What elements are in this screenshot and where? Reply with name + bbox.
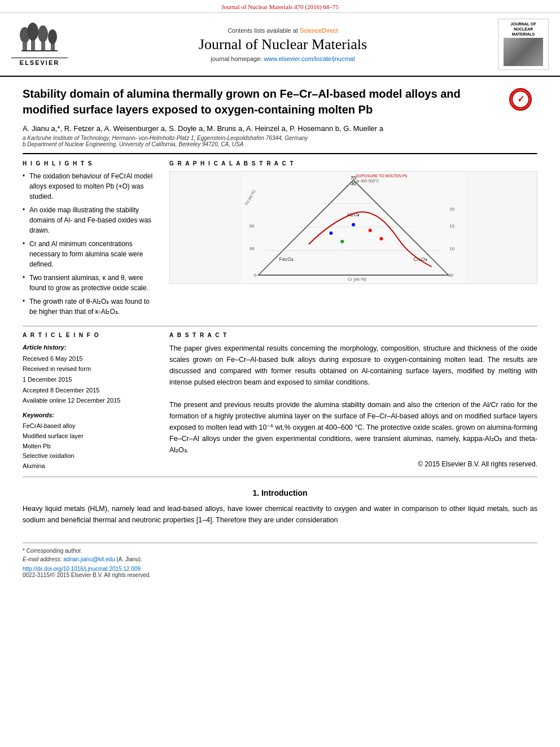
- article-abstract-section: A R T I C L E I N F O Article history: R…: [23, 332, 537, 471]
- journal-title: Journal of Nuclear Materials: [68, 36, 498, 53]
- sciencedirect-link[interactable]: ScienceDirect: [300, 27, 338, 34]
- footer-bottom: http://dx.doi.org/10.1016/j.jnucmat.2015…: [23, 566, 537, 578]
- svg-point-24: [352, 223, 355, 226]
- abstract-paragraph-2: The present and previous results provide…: [169, 401, 537, 454]
- graphical-abstract-column: G R A P H I C A L A B S T R A C T 70 30: [169, 160, 537, 320]
- svg-text:20: 20: [449, 207, 454, 212]
- corresponding-author-note: * Corresponding author.: [23, 548, 537, 554]
- divider-mid: [23, 326, 537, 326]
- received-revised-label: Received in revised form: [23, 364, 158, 374]
- svg-text:15: 15: [449, 224, 454, 229]
- highlights-column: H I G H L I G H T S The oxidation behavi…: [23, 160, 158, 320]
- introduction-text: Heavy liquid metals (HLM), namely lead a…: [23, 503, 537, 526]
- abstract-label: A B S T R A C T: [169, 332, 537, 338]
- abstract-column: A B S T R A C T The paper gives experime…: [169, 332, 537, 471]
- keywords-label: Keywords:: [23, 410, 158, 421]
- elsevier-logo: ELSEVIER: [11, 23, 68, 66]
- svg-text:10: 10: [449, 246, 454, 251]
- svg-text:0: 0: [254, 273, 257, 278]
- nuclear-thumb: JOURNAL OFNUCLEARMATERIALS: [498, 19, 549, 70]
- svg-text:30: 30: [448, 273, 453, 278]
- elsevier-name: ELSEVIER: [11, 58, 68, 66]
- received-date: Received 6 May 2015: [23, 354, 158, 364]
- list-item: Two transient aluminas, κ and θ, were fo…: [23, 273, 158, 293]
- available-online: Available online 12 December 2015: [23, 396, 158, 406]
- svg-point-7: [48, 29, 57, 44]
- keyword-4: Selective oxidation: [23, 451, 158, 461]
- journal-top-bar: Journal of Nuclear Materials 470 (2016) …: [0, 0, 560, 13]
- list-item: An oxide map illustrating the stability …: [23, 205, 158, 235]
- main-content: Stability domain of alumina thermally gr…: [0, 77, 560, 589]
- highlights-graphical-section: H I G H L I G H T S The oxidation behavi…: [23, 160, 537, 320]
- svg-text:95: 95: [250, 224, 255, 229]
- divider-thick: [23, 153, 537, 155]
- list-item: The growth rate of θ-Al₂O₃ was found to …: [23, 296, 158, 317]
- authors-line: A. Jianu a,*, R. Fetzer a, A. Weisenburg…: [23, 124, 537, 133]
- svg-text:Cr [wt.%]: Cr [wt.%]: [348, 277, 366, 282]
- graphical-abstract-label: G R A P H I C A L A B S T R A C T: [169, 160, 537, 167]
- nuclear-thumb-image: [504, 38, 543, 66]
- svg-point-25: [369, 229, 372, 232]
- affiliation-b: b Department of Nuclear Engineering, Uni…: [23, 141, 537, 147]
- abstract-text: The paper gives experimental results con…: [169, 343, 537, 470]
- sciencedirect-line: Contents lists available at ScienceDirec…: [68, 27, 498, 34]
- logo-header: ELSEVIER Contents lists available at Sci…: [0, 13, 560, 77]
- svg-point-5: [38, 25, 48, 42]
- doi-link-line: http://dx.doi.org/10.1016/j.jnucmat.2015…: [23, 566, 537, 572]
- accepted-date: Accepted 8 December 2015: [23, 386, 158, 396]
- keyword-5: Alumina: [23, 461, 158, 471]
- doi-link[interactable]: http://dx.doi.org/10.1016/j.jnucmat.2015…: [23, 566, 141, 572]
- introduction-heading: 1. Introduction: [23, 488, 537, 497]
- journal-reference: Journal of Nuclear Materials 470 (2016) …: [221, 3, 339, 10]
- history-label: Article history:: [23, 343, 158, 353]
- svg-text:30: 30: [351, 181, 356, 186]
- header-center: Contents lists available at ScienceDirec…: [68, 27, 498, 62]
- abstract-paragraph-1: The paper gives experimental results con…: [169, 344, 537, 386]
- keyword-3: Molten Pb: [23, 442, 158, 452]
- article-info-column: A R T I C L E I N F O Article history: R…: [23, 332, 158, 471]
- svg-text:EXPOSURE TO MOLTEN Pb: EXPOSURE TO MOLTEN Pb: [356, 174, 408, 178]
- keyword-1: FeCrAl-based alloy: [23, 421, 158, 431]
- introduction-section: 1. Introduction Heavy liquid metals (HLM…: [23, 488, 537, 526]
- article-info-box: Article history: Received 6 May 2015 Rec…: [23, 343, 158, 471]
- svg-text:90: 90: [250, 246, 255, 251]
- list-item: The oxidation behaviour of FeCrAl model …: [23, 171, 158, 202]
- divider-bottom: [23, 477, 537, 477]
- svg-point-23: [329, 231, 333, 235]
- svg-text:✓: ✓: [517, 94, 524, 104]
- keyword-2: Modified surface layer: [23, 431, 158, 442]
- homepage-link[interactable]: www.elsevier.com/locate/jnucmat: [264, 55, 355, 62]
- list-item: Cr and Al minimum concentrations necessa…: [23, 239, 158, 269]
- affiliation-a: a Karlsruhe Institute of Technology, Her…: [23, 135, 537, 141]
- elsevier-tree-icon: [11, 23, 68, 56]
- svg-text:at 400-500°C: at 400-500°C: [356, 179, 379, 183]
- svg-point-3: [27, 23, 38, 41]
- svg-point-27: [340, 240, 344, 243]
- article-info-label: A R T I C L E I N F O: [23, 332, 158, 338]
- footer-notes: * Corresponding author. E-mail address: …: [23, 543, 537, 562]
- svg-point-26: [380, 237, 383, 241]
- journal-homepage: journal homepage: www.elsevier.com/locat…: [68, 55, 498, 62]
- graphical-abstract-image: 70 30 Al₂O₃ Fe₂O: [169, 171, 537, 284]
- highlights-list: The oxidation behaviour of FeCrAl model …: [23, 171, 158, 317]
- crossmark-icon: ✓: [509, 88, 532, 111]
- copyright-notice: © 2015 Elsevier B.V. All rights reserved…: [169, 459, 537, 470]
- received-revised-date: 1 December 2015: [23, 375, 158, 385]
- issn-line: 0022-3115/© 2015 Elsevier B.V. All right…: [23, 572, 537, 578]
- affiliations: a Karlsruhe Institute of Technology, Her…: [23, 135, 537, 147]
- paper-title-section: Stability domain of alumina thermally gr…: [23, 86, 537, 117]
- paper-title: Stability domain of alumina thermally gr…: [23, 86, 504, 117]
- crossmark: ✓: [509, 88, 537, 111]
- email-line: E-mail address: adrian.jianu@kit.edu (A.…: [23, 556, 537, 562]
- svg-text:Fe₂O₃: Fe₂O₃: [279, 257, 294, 263]
- highlights-label: H I G H L I G H T S: [23, 160, 158, 167]
- email-link[interactable]: adrian.jianu@kit.edu: [63, 556, 115, 562]
